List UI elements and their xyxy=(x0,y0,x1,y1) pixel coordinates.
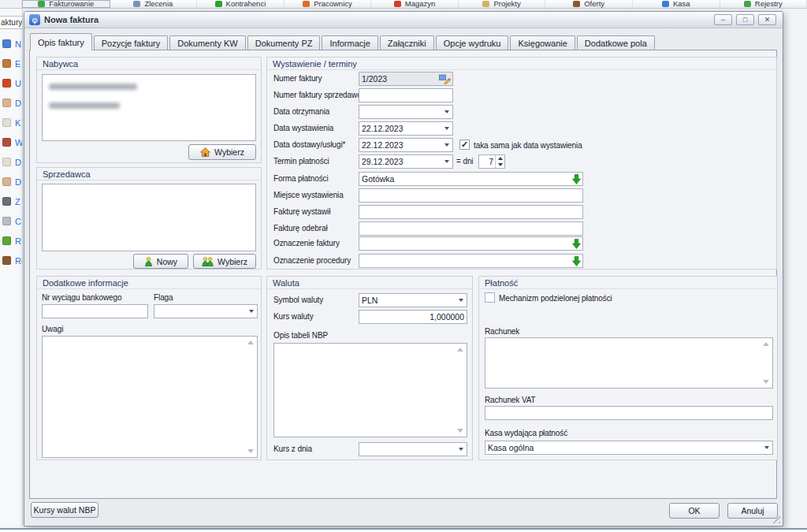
kurs-z-dnia-combobox[interactable] xyxy=(359,442,467,456)
sidebar-header-tab[interactable]: aktury xyxy=(0,16,23,29)
tab-informacje[interactable]: Informacje xyxy=(322,35,377,50)
sidebar-item[interactable]: E xyxy=(0,54,22,73)
tab-zalaczniki[interactable]: Załączniki xyxy=(380,35,434,50)
sidebar-item[interactable]: Z xyxy=(0,192,22,211)
toolbar-item-rejestry[interactable]: Rejestry xyxy=(720,0,807,8)
anuluj-button[interactable]: Anuluj xyxy=(727,503,778,519)
taka-sama-checkbox[interactable]: ✓ xyxy=(459,140,470,150)
seller-nowy-button[interactable]: Nowy xyxy=(133,254,188,269)
scroll-up-icon[interactable] xyxy=(763,342,769,346)
green-down-arrow-icon[interactable] xyxy=(571,237,582,250)
miejsce-wystawienia-input[interactable] xyxy=(359,188,583,203)
sidebar-item-icon xyxy=(2,256,11,265)
tab-dokumenty-kw[interactable]: Dokumenty KW xyxy=(169,35,245,50)
sidebar-item-label: W xyxy=(15,138,23,147)
termin-platnosci-combobox[interactable]: 29.12.2023 xyxy=(359,154,453,169)
symbol-waluty-combobox[interactable]: PLN xyxy=(359,293,467,307)
sidebar-item[interactable]: C xyxy=(0,211,22,231)
data-otrzymania-combobox[interactable] xyxy=(359,105,453,119)
uwagi-textarea[interactable] xyxy=(43,337,257,457)
toolbar-item-projekty[interactable]: Projekty xyxy=(459,0,546,8)
tab-opcje-wydruku[interactable]: Opcje wydruku xyxy=(436,35,509,50)
chevron-down-icon[interactable] xyxy=(441,106,452,118)
ok-button[interactable]: OK xyxy=(669,503,720,519)
toolbar-item-pracownicy[interactable]: Pracownicy xyxy=(284,0,372,8)
seller-address-box[interactable] xyxy=(42,184,256,251)
numer-sprzedawcy-input[interactable] xyxy=(359,88,453,102)
sidebar-item[interactable]: N xyxy=(0,34,22,54)
toolbar-item-fakturowanie[interactable]: Fakturowanie xyxy=(22,0,110,8)
maximize-icon[interactable]: □ xyxy=(736,14,754,25)
green-down-arrow-icon[interactable] xyxy=(571,173,582,185)
fakture-wystawil-input[interactable] xyxy=(359,205,583,219)
toolbar-item-label: Oferty xyxy=(584,0,604,8)
toolbar-left-stub xyxy=(0,0,22,8)
sidebar-item-label: D xyxy=(15,99,21,108)
kursy-walut-nbp-button[interactable]: Kursy walut NBP xyxy=(31,502,99,518)
dni-stepper[interactable]: 7 xyxy=(478,154,505,169)
rachunek-textarea[interactable] xyxy=(485,338,772,388)
tab-pozycje-faktury[interactable]: Pozycje faktury xyxy=(94,35,169,50)
scroll-down-icon[interactable] xyxy=(457,429,463,433)
chevron-down-icon[interactable] xyxy=(245,305,257,318)
sidebar-item[interactable]: K xyxy=(0,113,22,132)
group-dodatkowe-title: Dodatkowe informacje xyxy=(37,277,261,289)
kursy-walut-nbp-label: Kursy walut NBP xyxy=(34,505,96,515)
tab-opis-faktury[interactable]: Opis faktury xyxy=(30,33,92,50)
group-sprzedawca: Sprzedawca Nowy Wybier xyxy=(36,167,262,270)
seller-wybierz-button[interactable]: Wybierz xyxy=(193,254,256,269)
sidebar-item[interactable]: D xyxy=(0,93,22,113)
toolbar-item-oferty[interactable]: Oferty xyxy=(545,0,633,8)
forma-platnosci-combobox[interactable]: Gotówka xyxy=(359,172,583,186)
close-icon[interactable]: ✕ xyxy=(758,14,776,25)
chevron-down-icon[interactable] xyxy=(441,122,452,135)
data-wystawienia-combobox[interactable]: 22.12.2023 xyxy=(359,121,453,136)
scroll-up-icon[interactable] xyxy=(247,340,254,344)
mpp-checkbox[interactable] xyxy=(485,292,495,303)
oznaczenie-faktury-combobox[interactable] xyxy=(359,236,583,251)
toolbar-item-kasa[interactable]: Kasa xyxy=(633,0,720,8)
chevron-down-icon[interactable] xyxy=(441,155,452,168)
edit-invoice-number-icon[interactable] xyxy=(438,73,452,85)
buyer-wybierz-button[interactable]: Wybierz xyxy=(188,144,256,160)
sidebar-item[interactable]: D xyxy=(0,152,22,172)
scroll-down-icon[interactable] xyxy=(763,380,769,384)
minimize-icon[interactable]: – xyxy=(714,14,732,25)
sidebar-item[interactable]: R xyxy=(0,231,22,251)
stepper-down-icon[interactable] xyxy=(496,162,504,168)
stepper-up-icon[interactable] xyxy=(496,155,504,162)
chevron-down-icon[interactable] xyxy=(761,441,772,454)
green-down-arrow-icon[interactable] xyxy=(571,255,582,267)
dialog-titlebar[interactable]: φ Nowa faktura – □ ✕ xyxy=(24,12,783,28)
flaga-combobox[interactable] xyxy=(154,304,258,318)
opis-nbp-textarea[interactable] xyxy=(274,344,467,437)
toolbar-item-kontrahenci[interactable]: Kontrahenci xyxy=(197,0,284,8)
chevron-down-icon[interactable] xyxy=(455,443,467,456)
fakture-odebral-input[interactable] xyxy=(359,221,583,236)
group-waluta: Waluta Symbol waluty PLN Kurs waluty Opi… xyxy=(266,276,473,460)
scroll-down-icon[interactable] xyxy=(247,449,254,453)
kurs-waluty-input[interactable] xyxy=(359,310,467,324)
dialog-title: Nowa faktura xyxy=(44,15,99,24)
oznaczenie-procedury-label: Oznaczenie procedury xyxy=(273,256,351,265)
nr-wyciagu-input[interactable] xyxy=(42,304,148,318)
data-dostawy-combobox[interactable]: 22.12.2023 xyxy=(359,138,453,152)
sidebar-item[interactable]: U xyxy=(0,73,22,93)
chevron-down-icon[interactable] xyxy=(441,139,452,151)
toolbar-item-zlecenia[interactable]: Zlecenia xyxy=(110,0,198,8)
tab-dokumenty-pz[interactable]: Dokumenty PZ xyxy=(247,35,321,50)
oznaczenie-procedury-combobox[interactable] xyxy=(359,254,583,268)
chevron-down-icon[interactable] xyxy=(455,294,467,307)
toolbar-item-magazyn[interactable]: Magazyn xyxy=(371,0,459,8)
toolbar-item-label: Kontrahenci xyxy=(226,0,266,8)
sidebar-item[interactable]: W xyxy=(0,132,22,152)
tab-ksiegowanie[interactable]: Księgowanie xyxy=(510,35,575,50)
rachunek-vat-input[interactable] xyxy=(485,406,773,420)
sidebar-item[interactable]: Ro xyxy=(0,251,22,270)
buyer-address-box[interactable] xyxy=(42,74,256,141)
kasa-wydajaca-combobox[interactable]: Kasa ogólna xyxy=(485,441,773,455)
dni-value: 7 xyxy=(479,155,495,168)
scroll-up-icon[interactable] xyxy=(457,348,463,352)
tab-dodatkowe-pola[interactable]: Dodatkowe pola xyxy=(577,35,655,50)
sidebar-item[interactable]: D xyxy=(0,172,22,192)
